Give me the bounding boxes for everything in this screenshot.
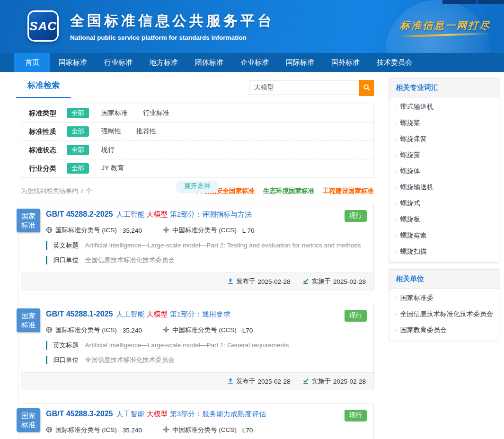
sidebar-link[interactable]: ·螺旋弹簧	[389, 131, 499, 147]
search-button[interactable]	[359, 80, 374, 96]
bullet-icon: ·	[395, 119, 398, 126]
filter-option[interactable]: 强制性	[101, 127, 121, 136]
sidebar-link[interactable]: ·全国信息技术标准化技术委员会	[389, 306, 499, 322]
main-content: 标准检索 标准类型 全部 国家标准	[0, 72, 504, 439]
sidebar-link[interactable]: ·螺旋桨	[389, 115, 499, 131]
quick-links: 食品安全国家标准 生态环境国家标准	[196, 187, 374, 195]
brand-text: 全国标准信息公共服务平台 National public service pla…	[70, 11, 274, 41]
standard-title-link[interactable]: GB/T 45288.3-2025人工智能 大模型 第3部分：服务能力成熟度评估	[46, 410, 266, 419]
sidebar-link-label: 国家标准委	[400, 294, 433, 301]
results-list: 国家标准 GB/T 45288.2-2025人工智能 大模型 第2部分：评测指标…	[21, 204, 374, 439]
standard-title-post: 第3部分：服务能力成熟度评估	[168, 410, 266, 418]
filter-option[interactable]: 推荐性	[136, 127, 156, 136]
filter-all-button[interactable]: 全部	[67, 145, 89, 155]
search-term-highlight: 大模型	[147, 410, 168, 418]
bullet-icon: ·	[395, 199, 398, 207]
standard-type-badge: 国家标准	[17, 308, 40, 332]
ics-value: 35.240	[123, 327, 142, 334]
site-banner: SAC 全国标准信息公共服务平台 National public service…	[0, 0, 504, 53]
filter-all-button[interactable]: 全部	[67, 108, 89, 118]
published-value: 2025-02-28	[257, 378, 290, 385]
sidebar-link[interactable]: ·螺旋输送机	[389, 179, 499, 195]
sidebar-link-label: 螺旋板	[400, 215, 420, 223]
bullet-icon: ·	[395, 215, 398, 223]
site-brand[interactable]: SAC 全国标准信息公共服务平台 National public service…	[27, 10, 274, 42]
search-input[interactable]	[249, 80, 359, 95]
nav-item-label: 企业标准	[240, 58, 269, 66]
banner-decor-tab	[477, 0, 504, 4]
site-title: 全国标准信息公共服务平台	[70, 11, 274, 31]
sidebar-link-label: 螺旋藻	[400, 151, 420, 158]
sidebar-link[interactable]: ·螺旋板	[389, 211, 499, 228]
compass-icon	[163, 326, 169, 334]
ics-classification: 国际标准分类号 (ICS) 35.240	[46, 226, 142, 235]
sidebar-link-label: 螺旋弹簧	[400, 135, 427, 142]
summary-prefix: 为您找到相关结果约	[21, 187, 79, 194]
sidebar-link-label: 螺旋输送机	[400, 183, 433, 191]
quick-link[interactable]: 生态环境国家标准	[263, 187, 314, 195]
sidebar-link[interactable]: ·螺旋式	[389, 195, 499, 211]
nav-item[interactable]: 国家标准	[50, 53, 96, 72]
filter-option[interactable]: JY 教育	[101, 164, 124, 173]
filter-option[interactable]: 国家标准	[101, 109, 128, 117]
implemented-value: 2025-02-28	[333, 378, 366, 385]
implemented-date: 实施于 2025-02-28	[302, 377, 366, 386]
nav-item[interactable]: 地方标准	[141, 53, 186, 72]
bullet-icon: ·	[395, 135, 398, 142]
nav-item[interactable]: 团体标准	[186, 53, 232, 72]
search-term-highlight: 大模型	[147, 210, 168, 218]
expand-conditions-label: 展开条件	[184, 182, 211, 190]
detail-row: 归口单位 全国信息技术标准化技术委员会	[46, 256, 367, 264]
sidebar-link[interactable]: ·螺旋霉素	[389, 228, 499, 244]
ccs-classification: 中国标准分类号 (CCS) L70	[163, 326, 253, 334]
summary-suffix: 个	[86, 187, 92, 194]
detail-value: 全国信息技术标准化技术委员会	[85, 356, 175, 363]
quick-link[interactable]: 工程建设国家标准	[323, 187, 374, 195]
filter-option[interactable]: 行业标准	[143, 109, 169, 117]
filter-option[interactable]: 现行	[101, 146, 115, 154]
detail-rows: 英文标题 Artificial intelligence—Large-scale…	[46, 241, 367, 264]
nav-item[interactable]: 行业标准	[96, 53, 141, 72]
nav-item[interactable]: 国际标准	[277, 53, 323, 72]
sidebar-panel: 相关专业词汇 ·带式输送机 ·螺旋桨 ·螺旋弹簧 ·螺旋藻 ·螺旋体	[389, 78, 499, 263]
standard-type-badge: 国家标准	[17, 408, 40, 432]
compass-icon	[163, 227, 169, 235]
published-date: 发布于 2025-02-28	[227, 277, 291, 286]
filter-all-button[interactable]: 全部	[67, 163, 89, 174]
results-column: 标准检索 标准类型 全部 国家标准	[21, 72, 374, 439]
sidebar-link[interactable]: ·螺旋体	[389, 163, 499, 179]
title-row: GB/T 45288.2-2025人工智能 大模型 第2部分：评测指标与方法 现…	[46, 210, 367, 222]
filter-row: 标准性质 全部 强制性 推荐性	[21, 123, 373, 141]
bullet-icon: ·	[395, 183, 398, 191]
nav-item[interactable]: 技术委员会	[368, 53, 421, 72]
sac-logo[interactable]: SAC	[27, 10, 59, 42]
title-row: GB/T 45288.1-2025人工智能 大模型 第1部分：通用要求 现行	[46, 310, 367, 322]
ccs-value: L70	[242, 327, 253, 334]
ccs-value: L70	[242, 427, 253, 434]
nav-item[interactable]: 企业标准	[232, 53, 277, 72]
standard-title-link[interactable]: GB/T 45288.1-2025人工智能 大模型 第1部分：通用要求	[46, 310, 230, 319]
sidebar-link[interactable]: ·带式输送机	[389, 99, 499, 115]
sidebar-link-label: 带式输送机	[400, 103, 433, 110]
filter-row: 行业分类 全部 JY 教育	[21, 159, 373, 177]
sidebar-link[interactable]: ·螺旋扫描	[389, 244, 499, 260]
filter-all-button[interactable]: 全部	[67, 126, 89, 137]
search-box	[249, 80, 374, 96]
ccs-classification: 中国标准分类号 (CCS) L70	[163, 426, 253, 434]
nav-item[interactable]: 首页	[14, 53, 50, 72]
bullet-icon: ·	[395, 294, 398, 301]
filter-label: 标准状态	[29, 146, 67, 155]
sidebar-link[interactable]: ·国家教育委员会	[389, 322, 499, 338]
bullet-icon: ·	[395, 167, 398, 175]
nav-item-label: 团体标准	[195, 58, 223, 66]
standard-title-link[interactable]: GB/T 45288.2-2025人工智能 大模型 第2部分：评测指标与方法	[46, 210, 252, 219]
implement-check-icon	[302, 278, 309, 286]
detail-label: 归口单位	[53, 356, 79, 363]
standard-title-post: 第1部分：通用要求	[168, 310, 231, 318]
expand-conditions-button[interactable]: 展开条件	[176, 181, 219, 193]
standard-code: GB/T 45288.1-2025	[46, 310, 113, 318]
nav-item[interactable]: 国外标准	[323, 53, 368, 72]
sidebar-link[interactable]: ·螺旋藻	[389, 147, 499, 163]
ics-classification: 国际标准分类号 (ICS) 35.240	[46, 426, 142, 434]
sidebar-link[interactable]: ·国家标准委	[389, 290, 499, 306]
